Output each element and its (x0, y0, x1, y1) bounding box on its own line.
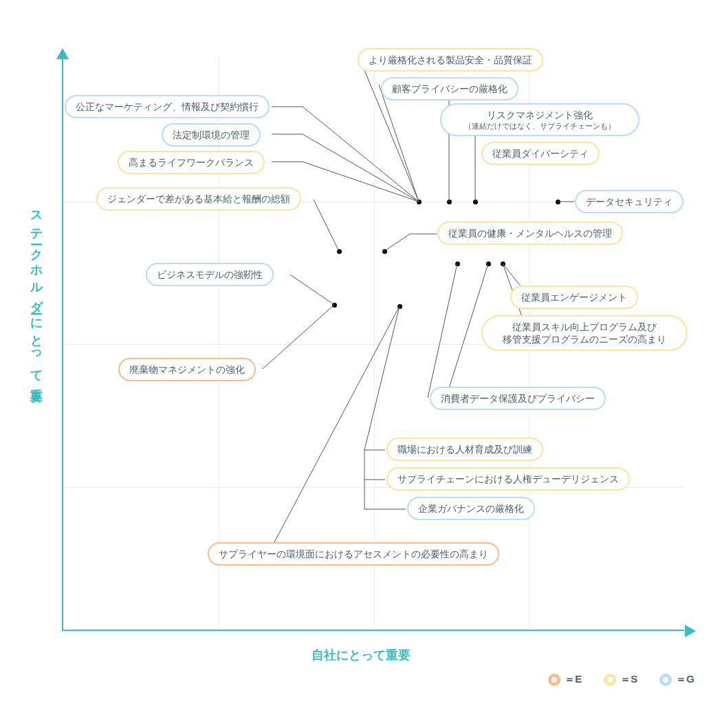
pill-product-safety: より厳格化される製品安全・品質保証 (358, 48, 543, 72)
pill-waste-mgmt: 廃棄物マネジメントの強化 (118, 358, 256, 381)
data-point (486, 261, 491, 266)
pill-consumer-data: 消費者データ保護及びプライバシー (430, 387, 606, 410)
pill-supplier-env-assessment: サプライヤーの環境面におけるアセスメントの必要性の高まり (208, 542, 499, 566)
data-point (447, 200, 452, 204)
data-point (455, 261, 460, 266)
data-point (397, 304, 402, 309)
pill-wlb: 高まるライフワークバランス (118, 151, 265, 174)
pill-customer-privacy: 顧客プライバシーの厳格化 (381, 77, 518, 100)
pill-skill-program-l2: 移管支援プログラムのニーズの高まり (503, 334, 666, 345)
pill-regulatory-env: 法定制環境の管理 (162, 123, 261, 147)
data-point (501, 261, 505, 266)
legend-item-s: ＝S (604, 673, 637, 686)
pill-risk-mgmt: リスクマネジメント強化 （連結だけではなく、サプライチェーンも） (440, 103, 639, 136)
data-point (332, 303, 337, 308)
data-point (556, 200, 560, 204)
x-axis-label: 自社にとって重要 (0, 647, 722, 663)
pill-workplace-training: 職場における人材育成及び訓練 (386, 438, 543, 461)
pill-skill-program-l1: 従業員スキル向上プログラム及び (512, 321, 657, 332)
pill-engagement: 従業員エンゲージメント (510, 286, 638, 309)
materiality-matrix-card: ステークホルダーにとって重要 自社にとって重要 (0, 0, 722, 728)
pill-gender-pay: ジェンダーで差がある基本給と報酬の総額 (96, 187, 301, 211)
pill-skill-program: 従業員スキル向上プログラム及び 移管支援プログラムのニーズの高まり (481, 315, 688, 351)
legend-ring-s-icon (604, 674, 616, 686)
legend-item-e: ＝E (548, 673, 582, 686)
legend-label-s: ＝S (620, 673, 637, 686)
pill-corp-governance: 企業ガバナンスの厳格化 (407, 497, 535, 520)
pill-business-model: ビジネスモデルの強靭性 (146, 263, 274, 286)
legend-item-g: ＝G (659, 673, 694, 686)
pill-employee-health: 従業員の健康・メンタルヘルスの管理 (437, 222, 623, 245)
x-axis-arrow-icon (685, 625, 696, 637)
y-axis-label: ステークホルダーにとって重要 (31, 203, 45, 384)
data-point (337, 249, 342, 254)
y-axis-arrow-icon (56, 48, 69, 59)
legend: ＝E ＝S ＝G (548, 673, 694, 686)
pill-risk-mgmt-main: リスクマネジメント強化 (487, 109, 593, 120)
legend-ring-e-icon (548, 674, 560, 686)
data-point (382, 249, 387, 254)
legend-label-g: ＝G (676, 673, 694, 686)
pill-data-security: データセキュリティ (575, 190, 683, 213)
legend-label-e: ＝E (565, 673, 582, 686)
pill-hr-due-diligence: サプライチェーンにおける人権デューデリジェンス (386, 467, 630, 491)
pill-fair-marketing: 公正なマーケティング、情報及び契約慣行 (65, 95, 270, 118)
pill-diversity: 従業員ダイバーシティ (481, 142, 600, 165)
data-point (473, 200, 478, 204)
data-point (417, 200, 422, 204)
legend-ring-g-icon (659, 674, 672, 686)
pill-risk-mgmt-sub: （連結だけではなく、サプライチェーンも） (454, 121, 626, 131)
